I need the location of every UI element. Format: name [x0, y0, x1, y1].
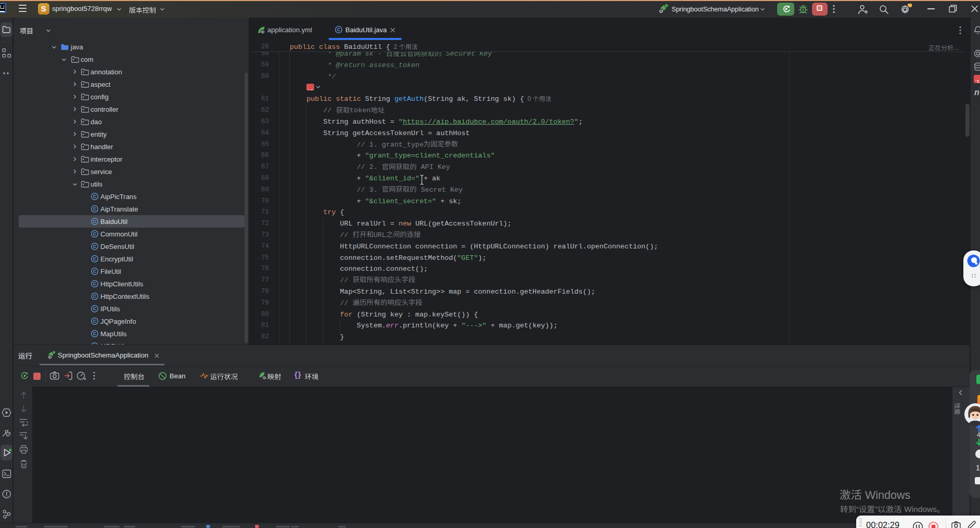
svg-text:C: C	[93, 331, 97, 336]
svg-text:C: C	[93, 269, 97, 274]
svg-text:C: C	[93, 256, 97, 261]
svg-text:C: C	[93, 294, 97, 299]
svg-text:C: C	[93, 244, 97, 249]
svg-text:C: C	[93, 231, 97, 236]
svg-text:C: C	[93, 206, 97, 212]
svg-text:C: C	[337, 27, 341, 32]
svg-text:C: C	[93, 306, 97, 311]
svg-text:C: C	[93, 219, 97, 224]
svg-text:C: C	[93, 194, 97, 199]
svg-text:C: C	[93, 319, 97, 324]
svg-text:C: C	[93, 281, 97, 286]
